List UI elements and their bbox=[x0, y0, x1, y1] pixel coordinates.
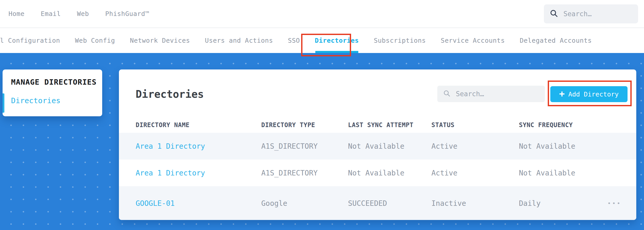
global-search-input[interactable] bbox=[563, 10, 632, 18]
sidebar-title: MANAGE DIRECTORIES bbox=[11, 78, 97, 86]
search-icon bbox=[550, 9, 558, 19]
directory-name-link[interactable]: Area 1 Directory bbox=[136, 142, 205, 151]
add-directory-label: Add Directory bbox=[568, 91, 619, 98]
tab-users-and-actions[interactable]: Users and Actions bbox=[205, 28, 273, 53]
cell-last-sync: SUCCEEDED bbox=[348, 199, 387, 207]
plus-icon: + bbox=[559, 89, 565, 99]
nav-item-email[interactable]: Email bbox=[41, 10, 61, 17]
directories-search[interactable] bbox=[437, 86, 545, 102]
directory-name-link[interactable]: Area 1 Directory bbox=[136, 169, 205, 177]
sidebar-item-directories[interactable]: Directories bbox=[11, 96, 60, 105]
manage-directories-card: MANAGE DIRECTORIES Directories bbox=[3, 69, 102, 116]
global-search[interactable] bbox=[544, 4, 638, 23]
directory-name-link[interactable]: GOOGLE-01 bbox=[136, 199, 175, 207]
nav-item-web[interactable]: Web bbox=[77, 10, 89, 17]
table-row: GOOGLE-01 Google SUCCEEDED Inactive Dail… bbox=[119, 186, 636, 220]
add-directory-button[interactable]: + Add Directory bbox=[550, 86, 628, 102]
content-background: MANAGE DIRECTORIES Directories Directori… bbox=[0, 53, 644, 230]
directories-search-input[interactable] bbox=[455, 90, 539, 98]
tab-directories[interactable]: Directories bbox=[315, 28, 359, 53]
row-actions-menu-icon[interactable]: ••• bbox=[607, 200, 622, 206]
column-header-sync-frequency: SYNC FREQUENCY bbox=[519, 121, 573, 129]
cell-sync-frequency: Not Available bbox=[519, 169, 575, 177]
cell-status: Active bbox=[431, 142, 457, 151]
cell-status: Active bbox=[431, 169, 457, 177]
settings-tabs-bar: l Configuration Web Config Network Devic… bbox=[0, 28, 644, 53]
cell-directory-type: A1S_DIRECTORY bbox=[261, 169, 318, 177]
column-header-directory-name: DIRECTORY NAME bbox=[136, 121, 189, 129]
cell-directory-type: A1S_DIRECTORY bbox=[261, 142, 318, 151]
nav-item-home[interactable]: Home bbox=[8, 10, 24, 17]
tab-network-devices[interactable]: Network Devices bbox=[130, 28, 190, 53]
column-header-last-sync: LAST SYNC ATTEMPT bbox=[348, 121, 413, 129]
nav-item-phishguard[interactable]: PhishGuard™ bbox=[105, 10, 149, 17]
cell-sync-frequency: Daily bbox=[519, 199, 541, 207]
cell-last-sync: Not Available bbox=[348, 169, 404, 177]
primary-nav: Home Email Web PhishGuard™ bbox=[8, 0, 149, 28]
table-row: Area 1 Directory A1S_DIRECTORY Not Avail… bbox=[119, 133, 636, 160]
cell-sync-frequency: Not Available bbox=[519, 142, 575, 151]
column-header-directory-type: DIRECTORY TYPE bbox=[261, 121, 315, 129]
tab-delegated-accounts[interactable]: Delegated Accounts bbox=[520, 28, 592, 53]
page-title: Directories bbox=[136, 88, 204, 100]
table-header: DIRECTORY NAME DIRECTORY TYPE LAST SYNC … bbox=[119, 117, 636, 133]
cell-last-sync: Not Available bbox=[348, 142, 404, 151]
tab-sso[interactable]: SSO bbox=[288, 28, 300, 53]
top-bar: Home Email Web PhishGuard™ bbox=[0, 0, 644, 28]
tab-email-configuration[interactable]: l Configuration bbox=[0, 28, 60, 53]
search-icon bbox=[443, 90, 451, 98]
app-window: Home Email Web PhishGuard™ l Configurati… bbox=[0, 0, 644, 230]
cell-directory-type: Google bbox=[261, 199, 287, 207]
column-header-status: STATUS bbox=[431, 121, 455, 129]
cell-status: Inactive bbox=[431, 199, 466, 207]
tab-web-config[interactable]: Web Config bbox=[75, 28, 115, 53]
directories-panel: Directories + Add Directory DIRECTORY NA… bbox=[119, 69, 636, 220]
active-item-indicator bbox=[3, 93, 4, 113]
tab-subscriptions[interactable]: Subscriptions bbox=[374, 28, 426, 53]
tab-service-accounts[interactable]: Service Accounts bbox=[441, 28, 505, 53]
table-row: Area 1 Directory A1S_DIRECTORY Not Avail… bbox=[119, 160, 636, 186]
